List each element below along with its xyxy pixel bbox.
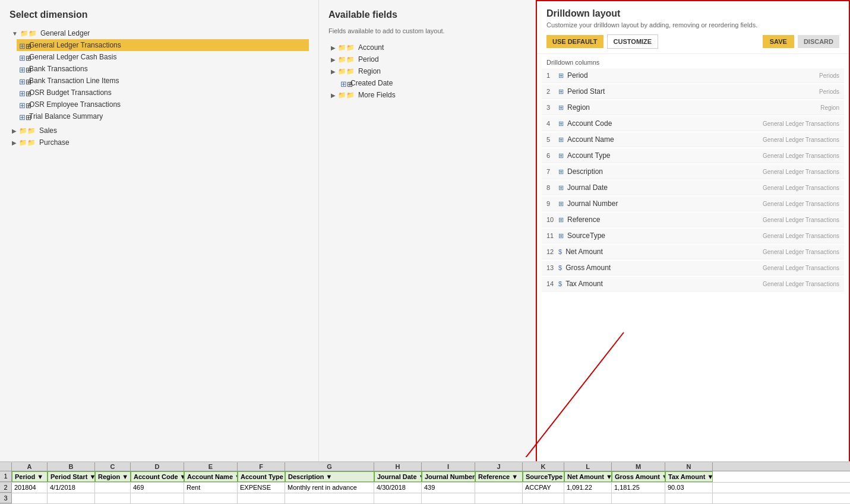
row-number: 7	[546, 168, 558, 175]
tree-item-bank-line-items[interactable]: ⊞ Bank Transaction Line Items	[17, 75, 309, 87]
spreadsheet: ABCDEFGHIJKLMN 1Period ▼Period Start ▼Re…	[0, 461, 850, 504]
field-name: Region	[567, 103, 820, 112]
row-number: 10	[546, 216, 558, 223]
drilldown-row[interactable]: 1 ⊞ Period Periods	[542, 68, 844, 83]
tree-item-trial-balance[interactable]: ⊞ Trial Balance Summary	[17, 110, 309, 122]
sheet-row: 1Period ▼Period Start ▼Region ▼Account C…	[0, 471, 850, 483]
expand-arrow: ▼	[12, 30, 18, 37]
drilldown-row[interactable]: 9 ⊞ Journal Number General Ledger Transa…	[542, 196, 844, 211]
data-cell	[95, 483, 131, 493]
tree-item-gl-cash-basis[interactable]: ⊞ General Ledger Cash Basis	[17, 51, 309, 63]
drilldown-row[interactable]: 11 ⊞ SourceType General Ledger Transacti…	[542, 229, 844, 243]
field-created-date[interactable]: ⊞ Created Date	[338, 77, 526, 89]
drilldown-row[interactable]: 2 ⊞ Period Start Periods	[542, 84, 844, 99]
col-letter: L	[564, 462, 612, 471]
row-number: 5	[546, 136, 558, 143]
drilldown-row[interactable]: 6 ⊞ Account Type General Ledger Transact…	[542, 148, 844, 163]
col-letter: N	[665, 462, 713, 471]
header-cell[interactable]: Account Code ▼	[131, 471, 184, 482]
data-cell: 439	[422, 483, 475, 493]
grid-icon: ⊞	[19, 89, 26, 96]
field-period[interactable]: ▶ 📁 Period	[328, 53, 526, 65]
tree-item-osr-employee[interactable]: ⊞ OSR Employee Transactions	[17, 99, 309, 110]
grid-icon: ⊞	[19, 53, 26, 61]
header-cell[interactable]: Description ▼	[285, 471, 374, 482]
row-number: 4	[546, 120, 558, 127]
field-account[interactable]: ▶ 📁 Account	[328, 42, 526, 53]
field-type-icon: $	[558, 248, 562, 255]
tree-item-general-ledger[interactable]: ▼ 📁 General Ledger	[10, 27, 309, 39]
header-cell[interactable]: Reference ▼	[475, 471, 523, 482]
middle-panel: Available fields Fields available to add…	[319, 0, 536, 504]
folder-icon: 📁	[338, 68, 355, 75]
tree-item-bank-transactions[interactable]: ⊞ Bank Transactions	[17, 63, 309, 75]
columns-label: Drilldown columns	[537, 54, 849, 68]
tree-item-sales[interactable]: ▶ 📁 Sales	[10, 125, 309, 137]
drilldown-row[interactable]: 8 ⊞ Journal Date General Ledger Transact…	[542, 180, 844, 195]
use-default-button[interactable]: USE DEFAULT	[546, 35, 603, 48]
header-cell[interactable]: Period Start ▼	[48, 471, 95, 482]
field-source: General Ledger Transactions	[763, 169, 839, 175]
row-number: 3	[546, 104, 558, 111]
drilldown-row[interactable]: 3 ⊞ Region Region	[542, 100, 844, 115]
field-source: General Ledger Transactions	[763, 137, 839, 143]
middle-panel-title: Available fields	[328, 9, 526, 20]
discard-button[interactable]: DISCARD	[798, 35, 839, 48]
field-type-icon: ⊞	[558, 152, 564, 160]
header-cell[interactable]: Tax Amount ▼	[665, 471, 713, 482]
expand-arrow: ▶	[12, 128, 17, 134]
drilldown-row[interactable]: 14 $ Tax Amount General Ledger Transacti…	[542, 277, 844, 291]
row-number-cell: 2	[0, 483, 12, 493]
drilldown-button-row: USE DEFAULT CUSTOMIZE SAVE DISCARD	[546, 34, 839, 49]
drilldown-title: Drilldown layout	[546, 8, 839, 19]
tree-item-gl-transactions[interactable]: ⊞ General Ledger Transactions	[17, 39, 309, 51]
folder-icon: 📁	[19, 127, 36, 135]
col-letter: A	[12, 462, 48, 471]
middle-panel-subtitle: Fields available to add to custom layout…	[328, 27, 526, 34]
header-cell[interactable]: Net Amount ▼	[564, 471, 612, 482]
header-cell[interactable]: Account Name ▼	[184, 471, 238, 482]
drilldown-row[interactable]: 13 $ Gross Amount General Ledger Transac…	[542, 261, 844, 275]
field-type-icon: ⊞	[558, 216, 564, 224]
data-cell: Monthly rent in advance	[285, 483, 374, 493]
header-cell[interactable]: SourceType ▼	[523, 471, 564, 482]
tree-item-osr-budget[interactable]: ⊞ OSR Budget Transactions	[17, 87, 309, 99]
field-name: Account Code	[567, 119, 763, 128]
row-number: 9	[546, 200, 558, 207]
field-source: Periods	[819, 88, 839, 95]
field-more-fields[interactable]: ▶ 📁 More Fields	[328, 89, 526, 101]
field-source: General Ledger Transactions	[763, 201, 839, 207]
field-source: General Ledger Transactions	[763, 281, 839, 287]
tree-item-purchase[interactable]: ▶ 📁 Purchase	[10, 137, 309, 148]
drilldown-row[interactable]: 5 ⊞ Account Name General Ledger Transact…	[542, 132, 844, 147]
data-cell: Rent	[184, 483, 238, 493]
data-cell: 201804	[12, 483, 48, 493]
grid-icon: ⊞	[340, 80, 347, 87]
col-letter: B	[48, 462, 95, 471]
drilldown-row[interactable]: 4 ⊞ Account Code General Ledger Transact…	[542, 116, 844, 131]
header-cell[interactable]: Gross Amount ▼	[612, 471, 665, 482]
col-letter: H	[374, 462, 422, 471]
header-cell[interactable]: Journal Date ▼	[374, 471, 422, 482]
expand-arrow: ▶	[331, 45, 336, 51]
expand-arrow: ▶	[12, 140, 17, 146]
header-cell[interactable]: Period ▼	[12, 471, 48, 482]
customize-button[interactable]: CUSTOMIZE	[607, 34, 659, 49]
drilldown-row[interactable]: 10 ⊞ Reference General Ledger Transactio…	[542, 213, 844, 227]
save-button[interactable]: SAVE	[763, 35, 794, 48]
data-cell	[48, 493, 95, 503]
header-cell[interactable]: Account Type ▼	[238, 471, 285, 482]
drilldown-subtitle: Customize your drilldown layout by addin…	[546, 21, 839, 28]
data-cell: 4/1/2018	[48, 483, 95, 493]
row-number: 8	[546, 184, 558, 191]
data-cell	[12, 493, 48, 503]
drilldown-row[interactable]: 12 $ Net Amount General Ledger Transacti…	[542, 245, 844, 259]
field-region[interactable]: ▶ 📁 Region	[328, 65, 526, 77]
field-type-icon: ⊞	[558, 232, 564, 240]
header-cell[interactable]: Journal Number ▼	[422, 471, 475, 482]
drilldown-row[interactable]: 7 ⊞ Description General Ledger Transacti…	[542, 164, 844, 179]
row-number: 11	[546, 232, 558, 239]
col-letter: K	[523, 462, 564, 471]
header-cell[interactable]: Region ▼	[95, 471, 131, 482]
data-cell: ACCPAY	[523, 483, 564, 493]
